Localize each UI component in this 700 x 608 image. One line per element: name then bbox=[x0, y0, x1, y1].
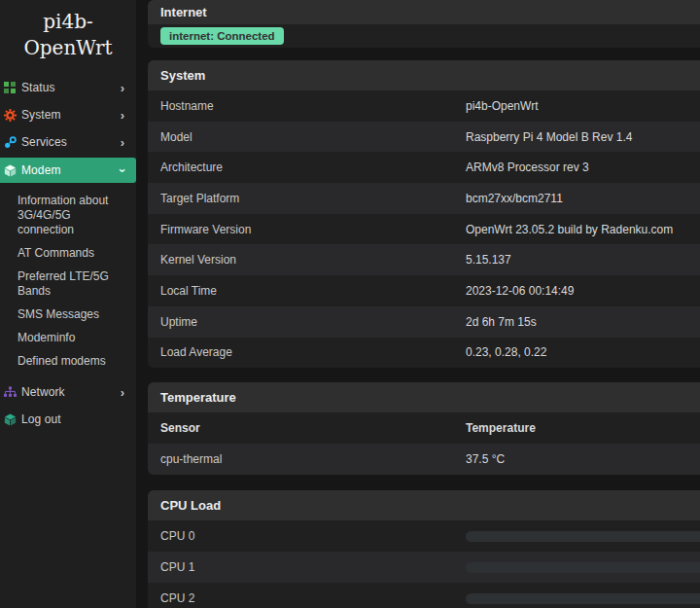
row-value: bcm27xx/bcm2711 bbox=[466, 192, 563, 205]
modem-submenu: Information about 3G/4G/5G connectionAT … bbox=[0, 187, 136, 380]
cpu-label: CPU 0 bbox=[160, 529, 194, 543]
row-label: Kernel Version bbox=[160, 253, 236, 267]
row-label: Local Time bbox=[160, 284, 217, 298]
cpu-label: CPU 1 bbox=[160, 560, 194, 574]
table-row: ModelRaspberry Pi 4 Model B Rev 1.4 bbox=[148, 122, 700, 153]
table-row: Firmware VersionOpenWrt 23.05.2 build by… bbox=[148, 214, 700, 245]
system-section-header: System bbox=[148, 60, 700, 90]
nodes-icon bbox=[3, 136, 17, 149]
section-system: System Hostnamepi4b-OpenWrtModelRaspberr… bbox=[148, 60, 700, 368]
sensor-temperature: 37.5 °C bbox=[466, 452, 505, 466]
system-table: Hostnamepi4b-OpenWrtModelRaspberry Pi 4 … bbox=[148, 90, 700, 368]
table-row: CPU 1 bbox=[148, 552, 700, 583]
chevron-down-icon: › bbox=[116, 168, 128, 172]
chevron-right-icon: › bbox=[121, 82, 124, 94]
sidebar-item-label: System bbox=[21, 108, 121, 122]
table-row: Local Time2023-12-06 00:14:49 bbox=[148, 275, 700, 306]
row-value: 2d 6h 7m 15s bbox=[466, 315, 537, 329]
row-label: Load Average bbox=[160, 345, 232, 359]
brand-title-line2: OpenWrt bbox=[0, 35, 136, 61]
submenu-item-defined-modems[interactable]: Defined modems bbox=[18, 354, 130, 369]
sidebar-item-network[interactable]: Network› bbox=[0, 380, 136, 404]
row-label: Uptime bbox=[160, 315, 197, 329]
temperature-col-temperature: Temperature bbox=[466, 421, 536, 435]
cpu-load-bar-track bbox=[466, 531, 700, 542]
cpu-load-section-header: CPU Load bbox=[148, 490, 700, 520]
temperature-table: cpu-thermal37.5 °C bbox=[148, 444, 700, 475]
chevron-right-icon: › bbox=[121, 136, 124, 149]
row-value: OpenWrt 23.05.2 build by Radenku.com bbox=[466, 223, 673, 236]
sidebar-item-label: Services bbox=[21, 135, 121, 149]
internet-status-row: internet: Connected bbox=[148, 24, 700, 48]
cpu-load-bar-track bbox=[466, 593, 700, 604]
network-tree-icon bbox=[3, 386, 17, 399]
submenu-item-sms-messages[interactable]: SMS Messages bbox=[18, 307, 130, 322]
sidebar-item-log-out[interactable]: Log out› bbox=[0, 408, 136, 431]
cube-icon bbox=[3, 413, 17, 426]
row-value: 0.23, 0.28, 0.22 bbox=[466, 345, 546, 359]
table-row: Uptime2d 6h 7m 15s bbox=[148, 306, 700, 338]
row-value: pi4b-OpenWrt bbox=[466, 99, 538, 113]
main-content: Internet internet: Connected System Host… bbox=[148, 0, 700, 608]
cube-icon bbox=[3, 164, 17, 177]
gear-icon bbox=[3, 109, 17, 122]
section-internet: Internet internet: Connected bbox=[148, 0, 700, 48]
internet-section-title: Internet bbox=[160, 5, 207, 19]
table-row: Kernel Version5.15.137 bbox=[148, 244, 700, 275]
submenu-item-modeminfo[interactable]: Modeminfo bbox=[18, 331, 130, 345]
sidebar-item-status[interactable]: Status› bbox=[0, 76, 136, 99]
sidebar: pi4b- OpenWrt Status›System›Services›Mod… bbox=[0, 0, 136, 608]
row-value: ARMv8 Processor rev 3 bbox=[466, 161, 589, 174]
sidebar-item-label: Status bbox=[21, 81, 121, 94]
sidebar-item-modem[interactable]: Modem› bbox=[0, 158, 136, 183]
table-row: Hostnamepi4b-OpenWrt bbox=[148, 90, 700, 122]
sensor-name: cpu-thermal bbox=[160, 452, 222, 466]
temperature-col-sensor: Sensor bbox=[160, 421, 200, 435]
cpu-label: CPU 2 bbox=[160, 591, 194, 605]
submenu-item-at-commands[interactable]: AT Commands bbox=[18, 246, 130, 261]
row-value: 5.15.137 bbox=[466, 253, 511, 267]
internet-status-badge: internet: Connected bbox=[160, 27, 284, 46]
table-row: CPU 0 bbox=[148, 520, 700, 552]
row-label: Model bbox=[160, 130, 192, 144]
temperature-table-header-row: Sensor Temperature bbox=[148, 412, 700, 444]
row-value: Raspberry Pi 4 Model B Rev 1.4 bbox=[466, 130, 632, 144]
section-temperature: Temperature Sensor Temperature cpu-therm… bbox=[148, 382, 700, 475]
table-row: CPU 2 bbox=[148, 583, 700, 608]
submenu-item-information-about-3g-4g-5g-connection[interactable]: Information about 3G/4G/5G connection bbox=[18, 194, 130, 237]
table-row: ArchitectureARMv8 Processor rev 3 bbox=[148, 152, 700, 183]
temperature-section-header: Temperature bbox=[148, 382, 700, 412]
row-label: Firmware Version bbox=[160, 223, 251, 236]
row-label: Hostname bbox=[160, 99, 214, 113]
internet-section-header: Internet bbox=[148, 0, 700, 24]
sidebar-item-services[interactable]: Services› bbox=[0, 130, 136, 154]
submenu-item-preferred-lte-5g-bands[interactable]: Preferred LTE/5G Bands bbox=[18, 269, 130, 299]
brand-title-line1: pi4b- bbox=[0, 9, 136, 35]
row-value: 2023-12-06 00:14:49 bbox=[466, 284, 574, 298]
dashboard-icon bbox=[3, 82, 17, 94]
system-section-title: System bbox=[160, 68, 205, 83]
section-cpu-load: CPU Load CPU 0CPU 1CPU 2 bbox=[148, 490, 700, 608]
table-row: Load Average0.23, 0.28, 0.22 bbox=[148, 338, 700, 369]
brand-title: pi4b- OpenWrt bbox=[0, 0, 136, 61]
row-label: Target Platform bbox=[160, 192, 239, 205]
chevron-right-icon: › bbox=[121, 109, 124, 122]
sidebar-nav: Status›System›Services›Modem›Information… bbox=[0, 76, 136, 431]
row-label: Architecture bbox=[160, 161, 223, 174]
cpu-load-bar-track bbox=[466, 562, 700, 573]
sidebar-item-label: Log out bbox=[21, 412, 121, 426]
cpu-load-section-title: CPU Load bbox=[160, 498, 221, 513]
sidebar-item-label: Modem bbox=[21, 163, 121, 177]
cpu-load-table: CPU 0CPU 1CPU 2 bbox=[148, 520, 700, 608]
sidebar-item-system[interactable]: System› bbox=[0, 103, 136, 126]
table-row: Target Platformbcm27xx/bcm2711 bbox=[148, 183, 700, 214]
table-row: cpu-thermal37.5 °C bbox=[148, 444, 700, 475]
sidebar-item-label: Network bbox=[21, 385, 121, 399]
temperature-section-title: Temperature bbox=[160, 390, 236, 405]
chevron-right-icon: › bbox=[121, 386, 124, 399]
